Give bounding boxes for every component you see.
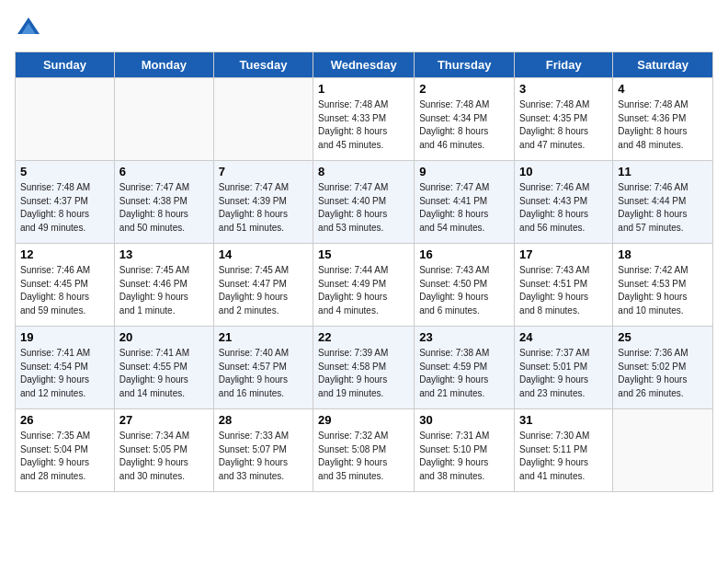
day-info: Sunrise: 7:46 AM Sunset: 4:45 PM Dayligh… xyxy=(20,264,109,317)
weekday-header-tuesday: Tuesday xyxy=(213,52,313,78)
calendar-cell: 30Sunrise: 7:31 AM Sunset: 5:10 PM Dayli… xyxy=(415,409,515,492)
day-info: Sunrise: 7:31 AM Sunset: 5:10 PM Dayligh… xyxy=(419,430,509,483)
day-info: Sunrise: 7:44 AM Sunset: 4:49 PM Dayligh… xyxy=(318,264,409,317)
weekday-header-wednesday: Wednesday xyxy=(313,52,415,78)
day-number: 4 xyxy=(618,82,708,96)
week-row-2: 5Sunrise: 7:48 AM Sunset: 4:37 PM Daylig… xyxy=(16,161,713,244)
day-info: Sunrise: 7:43 AM Sunset: 4:51 PM Dayligh… xyxy=(519,264,608,317)
day-info: Sunrise: 7:32 AM Sunset: 5:08 PM Dayligh… xyxy=(318,430,409,483)
day-number: 14 xyxy=(219,247,308,261)
calendar-cell: 20Sunrise: 7:41 AM Sunset: 4:55 PM Dayli… xyxy=(114,327,213,409)
day-info: Sunrise: 7:36 AM Sunset: 5:02 PM Dayligh… xyxy=(618,347,708,400)
day-info: Sunrise: 7:34 AM Sunset: 5:05 PM Dayligh… xyxy=(119,430,209,483)
day-info: Sunrise: 7:45 AM Sunset: 4:47 PM Dayligh… xyxy=(219,264,308,317)
calendar-cell: 24Sunrise: 7:37 AM Sunset: 5:01 PM Dayli… xyxy=(515,327,613,409)
day-number: 7 xyxy=(219,165,308,178)
calendar-cell: 27Sunrise: 7:34 AM Sunset: 5:05 PM Dayli… xyxy=(114,409,213,492)
calendar-cell: 29Sunrise: 7:32 AM Sunset: 5:08 PM Dayli… xyxy=(313,409,415,492)
calendar-cell: 5Sunrise: 7:48 AM Sunset: 4:37 PM Daylig… xyxy=(16,161,115,244)
day-info: Sunrise: 7:47 AM Sunset: 4:40 PM Dayligh… xyxy=(318,181,409,235)
weekday-header-sunday: Sunday xyxy=(16,52,115,78)
weekday-header-monday: Monday xyxy=(114,52,213,78)
calendar-cell: 7Sunrise: 7:47 AM Sunset: 4:39 PM Daylig… xyxy=(213,161,313,244)
week-row-1: 1Sunrise: 7:48 AM Sunset: 4:33 PM Daylig… xyxy=(16,78,713,161)
day-number: 26 xyxy=(20,413,109,427)
day-number: 10 xyxy=(519,165,608,178)
calendar-cell xyxy=(613,409,713,492)
day-number: 18 xyxy=(618,247,708,261)
week-row-4: 19Sunrise: 7:41 AM Sunset: 4:54 PM Dayli… xyxy=(16,327,713,409)
calendar-cell: 26Sunrise: 7:35 AM Sunset: 5:04 PM Dayli… xyxy=(16,409,115,492)
day-info: Sunrise: 7:38 AM Sunset: 4:59 PM Dayligh… xyxy=(419,347,509,400)
day-number: 15 xyxy=(318,247,409,261)
day-number: 17 xyxy=(519,247,608,261)
day-number: 16 xyxy=(419,247,509,261)
day-info: Sunrise: 7:39 AM Sunset: 4:58 PM Dayligh… xyxy=(318,347,409,400)
calendar-cell: 1Sunrise: 7:48 AM Sunset: 4:33 PM Daylig… xyxy=(313,78,415,161)
calendar-cell: 8Sunrise: 7:47 AM Sunset: 4:40 PM Daylig… xyxy=(313,161,415,244)
day-info: Sunrise: 7:42 AM Sunset: 4:53 PM Dayligh… xyxy=(618,264,708,317)
calendar-cell: 2Sunrise: 7:48 AM Sunset: 4:34 PM Daylig… xyxy=(415,78,515,161)
calendar-cell: 19Sunrise: 7:41 AM Sunset: 4:54 PM Dayli… xyxy=(16,327,115,409)
day-number: 27 xyxy=(119,413,209,427)
calendar-cell: 11Sunrise: 7:46 AM Sunset: 4:44 PM Dayli… xyxy=(613,161,713,244)
day-number: 20 xyxy=(119,330,209,344)
calendar-cell: 28Sunrise: 7:33 AM Sunset: 5:07 PM Dayli… xyxy=(213,409,313,492)
page-header xyxy=(15,15,713,42)
day-info: Sunrise: 7:46 AM Sunset: 4:43 PM Dayligh… xyxy=(519,181,608,235)
day-number: 3 xyxy=(519,82,608,96)
weekday-header-saturday: Saturday xyxy=(613,52,713,78)
day-number: 9 xyxy=(419,165,509,178)
calendar-cell xyxy=(213,78,313,161)
calendar-cell: 23Sunrise: 7:38 AM Sunset: 4:59 PM Dayli… xyxy=(415,327,515,409)
day-info: Sunrise: 7:45 AM Sunset: 4:46 PM Dayligh… xyxy=(119,264,209,317)
day-info: Sunrise: 7:33 AM Sunset: 5:07 PM Dayligh… xyxy=(219,430,308,483)
calendar-cell: 14Sunrise: 7:45 AM Sunset: 4:47 PM Dayli… xyxy=(213,244,313,327)
weekday-header-row: SundayMondayTuesdayWednesdayThursdayFrid… xyxy=(16,52,713,78)
calendar-table: SundayMondayTuesdayWednesdayThursdayFrid… xyxy=(15,52,713,492)
calendar-cell: 16Sunrise: 7:43 AM Sunset: 4:50 PM Dayli… xyxy=(415,244,515,327)
day-number: 2 xyxy=(419,82,509,96)
weekday-header-friday: Friday xyxy=(515,52,613,78)
week-row-5: 26Sunrise: 7:35 AM Sunset: 5:04 PM Dayli… xyxy=(16,409,713,492)
day-number: 1 xyxy=(318,82,409,96)
day-number: 28 xyxy=(219,413,308,427)
day-number: 12 xyxy=(20,247,109,261)
day-info: Sunrise: 7:47 AM Sunset: 4:41 PM Dayligh… xyxy=(419,181,509,235)
day-info: Sunrise: 7:48 AM Sunset: 4:37 PM Dayligh… xyxy=(20,181,109,235)
day-number: 21 xyxy=(219,330,308,344)
day-info: Sunrise: 7:41 AM Sunset: 4:54 PM Dayligh… xyxy=(20,347,109,400)
calendar-cell: 21Sunrise: 7:40 AM Sunset: 4:57 PM Dayli… xyxy=(213,327,313,409)
calendar-cell: 6Sunrise: 7:47 AM Sunset: 4:38 PM Daylig… xyxy=(114,161,213,244)
day-info: Sunrise: 7:43 AM Sunset: 4:50 PM Dayligh… xyxy=(419,264,509,317)
day-info: Sunrise: 7:40 AM Sunset: 4:57 PM Dayligh… xyxy=(219,347,308,400)
day-number: 19 xyxy=(20,330,109,344)
calendar-cell: 25Sunrise: 7:36 AM Sunset: 5:02 PM Dayli… xyxy=(613,327,713,409)
week-row-3: 12Sunrise: 7:46 AM Sunset: 4:45 PM Dayli… xyxy=(16,244,713,327)
day-number: 5 xyxy=(20,165,109,178)
day-info: Sunrise: 7:35 AM Sunset: 5:04 PM Dayligh… xyxy=(20,430,109,483)
day-number: 24 xyxy=(519,330,608,344)
day-info: Sunrise: 7:47 AM Sunset: 4:38 PM Dayligh… xyxy=(119,181,209,235)
calendar-cell: 12Sunrise: 7:46 AM Sunset: 4:45 PM Dayli… xyxy=(16,244,115,327)
day-info: Sunrise: 7:48 AM Sunset: 4:34 PM Dayligh… xyxy=(419,98,509,152)
calendar-cell: 17Sunrise: 7:43 AM Sunset: 4:51 PM Dayli… xyxy=(515,244,613,327)
day-info: Sunrise: 7:48 AM Sunset: 4:36 PM Dayligh… xyxy=(618,98,708,152)
calendar-cell: 9Sunrise: 7:47 AM Sunset: 4:41 PM Daylig… xyxy=(415,161,515,244)
day-number: 31 xyxy=(519,413,608,427)
logo-icon xyxy=(15,15,42,42)
calendar-cell: 4Sunrise: 7:48 AM Sunset: 4:36 PM Daylig… xyxy=(613,78,713,161)
calendar-cell xyxy=(114,78,213,161)
calendar-cell: 13Sunrise: 7:45 AM Sunset: 4:46 PM Dayli… xyxy=(114,244,213,327)
day-info: Sunrise: 7:47 AM Sunset: 4:39 PM Dayligh… xyxy=(219,181,308,235)
day-info: Sunrise: 7:37 AM Sunset: 5:01 PM Dayligh… xyxy=(519,347,608,400)
day-number: 23 xyxy=(419,330,509,344)
calendar-cell: 10Sunrise: 7:46 AM Sunset: 4:43 PM Dayli… xyxy=(515,161,613,244)
day-number: 8 xyxy=(318,165,409,178)
weekday-header-thursday: Thursday xyxy=(415,52,515,78)
day-number: 30 xyxy=(419,413,509,427)
day-number: 25 xyxy=(618,330,708,344)
day-info: Sunrise: 7:46 AM Sunset: 4:44 PM Dayligh… xyxy=(618,181,708,235)
day-number: 6 xyxy=(119,165,209,178)
day-info: Sunrise: 7:30 AM Sunset: 5:11 PM Dayligh… xyxy=(519,430,608,483)
